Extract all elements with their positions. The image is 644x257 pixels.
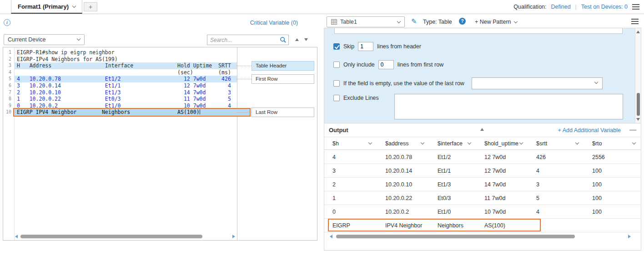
output-column-header[interactable]: $srtt: [528, 137, 584, 149]
code-line[interactable]: 3H Address Interface Hold Uptime SRTT: [3, 62, 237, 69]
search-icon[interactable]: [277, 36, 288, 43]
line-text[interactable]: 3 10.20.0.14 Et1/1 12 7w0d 4: [14, 82, 237, 89]
cli-editor[interactable]: 1EIGRP-R1#show ip eigrp neighbor2EIGRP-I…: [3, 47, 317, 241]
format-tab-label: Format1 (Primary): [18, 3, 69, 10]
chevron-down-icon[interactable]: [468, 141, 471, 144]
output-cell: 10.20.0.2: [377, 205, 429, 218]
code-line[interactable]: 10EIGRP IPV4 Neighbor Neighbors AS(100): [3, 109, 237, 116]
chevron-down-icon[interactable]: [519, 141, 523, 144]
format-tab[interactable]: Format1 (Primary): [11, 0, 82, 14]
scroll-left-arrow[interactable]: [15, 235, 18, 238]
code-line[interactable]: 63 10.20.0.14 Et1/1 12 7w0d 4: [3, 82, 237, 89]
add-format-tab[interactable]: +: [84, 2, 97, 11]
output-row[interactable]: EIGRPIPV4 NeighborNeighborsAS(100): [324, 219, 641, 232]
output-cell: [584, 219, 641, 232]
info-icon[interactable]: i: [4, 19, 10, 26]
output-row[interactable]: 210.20.0.10Et1/314 7w0d3100: [324, 178, 641, 191]
chevron-down-icon[interactable]: [421, 141, 424, 144]
marker-first-row[interactable]: First Row: [252, 74, 314, 84]
code-line[interactable]: 90 10.20.0.2 Et1/0 10 7w0d 4: [3, 103, 237, 109]
parse-options-panel: Skip lines from header Only include line…: [324, 28, 641, 123]
code-line[interactable]: 1EIGRP-R1#show ip eigrp neighbor: [3, 49, 237, 56]
line-text[interactable]: EIGRP-R1#show ip eigrp neighbor: [14, 49, 237, 56]
critical-variable-link[interactable]: Critical Variable (0): [250, 20, 298, 26]
qualification-value-link[interactable]: Defined: [551, 4, 571, 10]
scroll-down-arrow[interactable]: [636, 118, 640, 121]
output-h-scrollbar[interactable]: [330, 234, 631, 239]
scroll-thumb[interactable]: [20, 235, 202, 238]
line-text[interactable]: EIGRP IPV4 Neighbor Neighbors AS(100): [14, 109, 250, 116]
output-body: 410.20.0.78Et1/212 7w0d4262556310.20.0.1…: [324, 150, 641, 232]
output-cell: 4: [324, 150, 377, 164]
output-column-header[interactable]: $address: [377, 137, 429, 149]
chevron-down-icon[interactable]: [575, 141, 579, 144]
add-additional-variable-link[interactable]: + Add Additional Variable: [558, 127, 621, 134]
code-line[interactable]: 54 10.20.0.78 Et1/2 12 7w0d 426: [3, 76, 237, 82]
edit-pattern-icon[interactable]: ✎: [411, 17, 417, 26]
help-icon[interactable]: ?: [459, 18, 466, 25]
test-on-devices-link[interactable]: Test on Devices: 0: [581, 4, 628, 10]
output-column-header[interactable]: $hold_uptime: [476, 137, 528, 149]
minimize-icon[interactable]: —: [629, 125, 636, 133]
find-previous-button[interactable]: [295, 38, 299, 41]
editor-h-scrollbar[interactable]: [15, 234, 235, 239]
line-text[interactable]: 1 10.20.0.22 Et0/3 11 7w0d 5: [14, 96, 237, 103]
options-v-scrollbar[interactable]: [635, 28, 641, 123]
empty-checkbox[interactable]: [333, 80, 340, 87]
menu-icon[interactable]: [632, 4, 639, 10]
exclude-lines-textarea[interactable]: [394, 94, 623, 119]
line-text[interactable]: EIGRP-IPv4 Neighbors for AS(199): [14, 56, 237, 63]
output-row[interactable]: 010.20.0.2Et1/010 7w0d4100: [324, 205, 641, 219]
skip-lines-input[interactable]: [358, 42, 373, 51]
line-text[interactable]: 4 10.20.0.78 Et1/2 12 7w0d 426: [14, 76, 237, 82]
scroll-thumb[interactable]: [637, 93, 640, 116]
skip-checkbox[interactable]: [333, 43, 340, 50]
pattern-dropdown[interactable]: Table1: [327, 16, 405, 27]
line-text[interactable]: 2 10.20.0.10 Et1/3 14 7w0d 3: [14, 89, 237, 96]
new-pattern-link[interactable]: + New Pattern: [475, 19, 517, 25]
scroll-up-arrow[interactable]: [636, 31, 640, 33]
partial-hidden-field: [334, 28, 623, 34]
output-cell: EIGRP: [324, 219, 377, 232]
scroll-left-arrow[interactable]: [330, 235, 332, 238]
line-number: 2: [3, 56, 14, 63]
chevron-down-icon: [397, 19, 401, 23]
output-cell: 10 7w0d: [476, 205, 528, 218]
output-row[interactable]: 310.20.0.14Et1/112 7w0d4100: [324, 164, 641, 178]
output-column-header[interactable]: $interface: [429, 137, 476, 149]
search-input[interactable]: [207, 37, 277, 43]
include-checkbox[interactable]: [333, 62, 340, 68]
empty-field-dropdown[interactable]: [472, 77, 603, 89]
top-bar: Format1 (Primary) + Qualification: Defin…: [0, 0, 644, 14]
scroll-right-arrow[interactable]: [628, 235, 631, 238]
output-header: Output + Add Additional Variable —: [324, 123, 641, 137]
device-dropdown[interactable]: Current Device: [4, 34, 85, 45]
include-lines-input[interactable]: [378, 60, 394, 69]
scroll-thumb[interactable]: [336, 235, 575, 238]
exclude-checkbox[interactable]: [333, 95, 340, 101]
marker-last-row[interactable]: Last Row: [252, 108, 314, 117]
code-line[interactable]: 81 10.20.0.22 Et0/3 11 7w0d 5: [3, 96, 237, 103]
collapse-output-icon[interactable]: [480, 128, 484, 131]
line-text[interactable]: 0 10.20.0.2 Et1/0 10 7w0d 4: [14, 103, 237, 109]
output-column-header[interactable]: $rto: [584, 137, 641, 149]
include-label-pre: Only include: [343, 62, 375, 68]
code-line[interactable]: 4 (sec) (ms): [3, 69, 237, 76]
scroll-right-arrow[interactable]: [232, 235, 235, 238]
menu-icon[interactable]: [631, 19, 639, 24]
output-row[interactable]: 110.20.0.22Et0/311 7w0d5100: [324, 191, 641, 205]
marker-table-header[interactable]: Table Header: [252, 61, 314, 71]
output-column-header[interactable]: $h: [324, 137, 377, 149]
find-next-button[interactable]: [304, 38, 308, 41]
code-line[interactable]: 2EIGRP-IPv4 Neighbors for AS(199): [3, 56, 237, 63]
output-cell: 3: [324, 164, 377, 177]
line-number: 10: [3, 109, 14, 116]
line-text[interactable]: H Address Interface Hold Uptime SRTT: [14, 62, 237, 69]
chevron-down-icon[interactable]: [632, 141, 636, 144]
output-cell: 100: [584, 164, 641, 177]
line-number: 3: [3, 62, 14, 69]
code-line[interactable]: 72 10.20.0.10 Et1/3 14 7w0d 3: [3, 89, 237, 96]
output-row[interactable]: 410.20.0.78Et1/212 7w0d4262556: [324, 150, 641, 164]
chevron-down-icon[interactable]: [368, 141, 372, 144]
line-text[interactable]: (sec) (ms): [14, 69, 237, 76]
